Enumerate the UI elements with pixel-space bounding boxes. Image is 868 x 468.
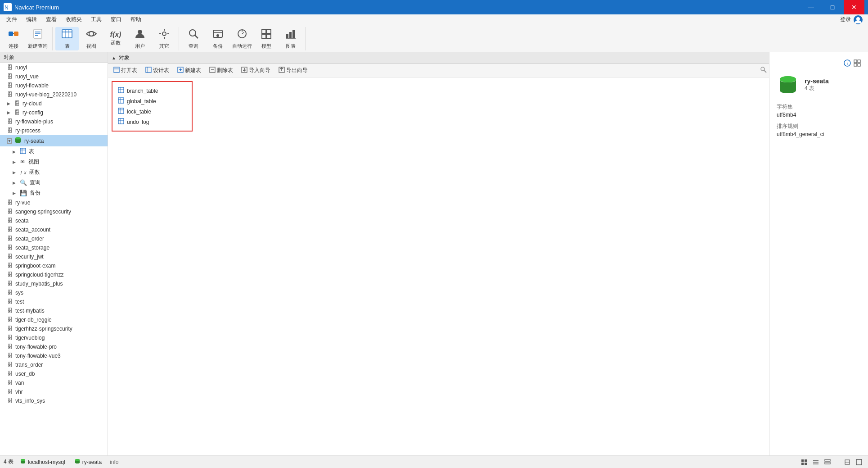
- sidebar-item-security-jwt[interactable]: 🗄 security_jwt: [0, 252, 108, 261]
- function-button[interactable]: f(x) 函数: [104, 27, 127, 50]
- svg-rect-32: [286, 34, 288, 38]
- sidebar-item-ry-vue[interactable]: 🗄 ry-vue: [0, 198, 108, 207]
- delete-table-button[interactable]: 删除表: [206, 66, 237, 75]
- view-grid-button[interactable]: [799, 457, 810, 467]
- other-button[interactable]: 其它: [153, 27, 176, 50]
- db-cylinder-icon: 🗄: [7, 127, 13, 134]
- autorun-button[interactable]: 自动运行: [230, 27, 254, 50]
- menu-view[interactable]: 查看: [41, 15, 61, 24]
- sidebar-item-vts-info-sys[interactable]: 🗄 vts_info_sys: [0, 396, 108, 405]
- status-ry-seata[interactable]: ry-seata: [72, 457, 104, 467]
- chart-button[interactable]: 图表: [279, 27, 302, 50]
- sidebar-item-van[interactable]: 🗄 van: [0, 378, 108, 387]
- sidebar-item-ruoyi[interactable]: 🗄 ruoyi: [0, 63, 108, 72]
- menu-window[interactable]: 窗口: [106, 15, 126, 24]
- collapse-button[interactable]: ▲: [112, 55, 116, 60]
- user-label: 用户: [135, 43, 145, 50]
- user-button[interactable]: 用户: [128, 27, 152, 50]
- minimize-button[interactable]: —: [801, 0, 821, 14]
- table-item-lock[interactable]: lock_table: [116, 106, 188, 117]
- sidebar-db-name: sangeng-springsecurity: [15, 209, 71, 215]
- db-cylinder-icon: 🗄: [7, 299, 13, 305]
- backup-button[interactable]: 备份: [206, 27, 229, 50]
- sidebar-item-test[interactable]: 🗄 test: [0, 297, 108, 306]
- sidebar-item-springboot-exam[interactable]: 🗄 springboot-exam: [0, 261, 108, 270]
- table-button[interactable]: 表: [55, 27, 79, 50]
- table-item-global[interactable]: global_table: [116, 96, 188, 106]
- sidebar-item-ruoyi-flowable[interactable]: 🗄 ruoyi-flowable: [0, 81, 108, 90]
- user-avatar[interactable]: [854, 15, 863, 24]
- collation-value: utf8mb4_general_ci: [777, 131, 861, 137]
- sidebar-item-views[interactable]: ▶ 👁 视图: [0, 157, 108, 167]
- view-detail-button[interactable]: [822, 457, 833, 467]
- menu-edit[interactable]: 编辑: [22, 15, 41, 24]
- sidebar-item-sangeng[interactable]: 🗄 sangeng-springsecurity: [0, 207, 108, 216]
- sidebar-item-ry-seata[interactable]: ▼ ry-seata: [0, 135, 108, 146]
- menu-file[interactable]: 文件: [2, 15, 22, 24]
- db-cylinder-icon: 🗄: [14, 109, 20, 116]
- sidebar-item-springcloud-tigerhzz[interactable]: 🗄 springcloud-tigerhzz: [0, 270, 108, 279]
- sidebar-item-functions[interactable]: ▶ ƒ x 函数: [0, 167, 108, 177]
- sidebar-item-study-mybatis[interactable]: 🗄 study_mybatis_plus: [0, 279, 108, 288]
- sidebar-item-ruoyi-vue[interactable]: 🗄 ruoyi_vue: [0, 72, 108, 81]
- close-button[interactable]: ✕: [844, 0, 864, 14]
- menu-help[interactable]: 帮助: [126, 15, 146, 24]
- sidebar-item-queries[interactable]: ▶ 🔍 查询: [0, 177, 108, 188]
- svg-point-2: [856, 17, 860, 21]
- backup-label: 备份: [213, 43, 223, 50]
- svg-line-22: [195, 35, 198, 38]
- sidebar-item-ry-flowable-plus[interactable]: 🗄 ry-flowable-plus: [0, 117, 108, 126]
- open-table-button[interactable]: 打开表: [110, 66, 141, 75]
- status-localhost-mysql[interactable]: localhost-mysql: [17, 457, 68, 467]
- sidebar-item-tony-flowable-vue3[interactable]: 🗄 tony-flowable-vue3: [0, 351, 108, 360]
- menu-favorites[interactable]: 收藏夹: [61, 15, 86, 24]
- new-query-button[interactable]: 新建查询: [26, 27, 49, 50]
- query-button[interactable]: 查询: [182, 27, 205, 50]
- sidebar-item-ruoyi-vue-blog[interactable]: 🗄 ruoyi-vue-blog_20220210: [0, 90, 108, 99]
- new-table-button[interactable]: 新建表: [174, 66, 205, 75]
- sidebar-item-backups[interactable]: ▶ 💾 备份: [0, 188, 108, 198]
- svg-point-15: [138, 30, 142, 34]
- sidebar-item-ry-config[interactable]: ▶ 🗄 ry-config: [0, 108, 108, 117]
- sidebar-db-name: test-mybatis: [15, 308, 45, 314]
- sidebar-item-ry-cloud[interactable]: ▶ 🗄 ry-cloud: [0, 99, 108, 108]
- menu-tools[interactable]: 工具: [86, 15, 106, 24]
- view-list-button[interactable]: [810, 457, 821, 467]
- sidebar-item-tiger-db[interactable]: 🗄 tiger-db_reggie: [0, 315, 108, 324]
- svg-point-21: [189, 30, 196, 36]
- sidebar-db-name: tony-flowable-vue3: [15, 353, 61, 359]
- connect-button[interactable]: 连接: [2, 27, 25, 50]
- export-wizard-button[interactable]: 导出向导: [275, 66, 311, 75]
- sidebar-item-seata-order[interactable]: 🗄 seata_order: [0, 234, 108, 243]
- svg-rect-74: [858, 64, 860, 66]
- resize-small-button[interactable]: [842, 457, 853, 467]
- table-item-undo-log[interactable]: undo_log: [116, 117, 188, 127]
- grid-icon[interactable]: [854, 59, 861, 68]
- table-item-branch[interactable]: branch_table: [116, 86, 188, 96]
- info-icon[interactable]: i: [844, 59, 851, 68]
- sidebar-item-seata-storage[interactable]: 🗄 seata_storage: [0, 243, 108, 252]
- import-wizard-button[interactable]: 导入向导: [238, 66, 274, 75]
- sidebar-item-test-mybatis[interactable]: 🗄 test-mybatis: [0, 306, 108, 315]
- resize-large-button[interactable]: [854, 457, 864, 467]
- table-list-area: branch_table global_table: [108, 77, 769, 455]
- model-button[interactable]: 模型: [255, 27, 278, 50]
- svg-rect-4: [14, 32, 18, 36]
- sidebar-item-tigervueblog[interactable]: 🗄 tigervueblog: [0, 333, 108, 342]
- login-label[interactable]: 登录: [840, 16, 851, 23]
- svg-rect-28: [262, 29, 266, 33]
- sidebar-item-tigerhhzz[interactable]: 🗄 tigerhhzz-springsecurity: [0, 324, 108, 333]
- sidebar-item-tony-flowable-pro[interactable]: 🗄 tony-flowable-pro: [0, 342, 108, 351]
- db-cylinder-icon: 🗄: [7, 290, 13, 296]
- sidebar-item-user-db[interactable]: 🗄 user_db: [0, 369, 108, 378]
- sidebar-item-sys[interactable]: 🗄 sys: [0, 288, 108, 297]
- view-button[interactable]: 视图: [80, 27, 103, 50]
- maximize-button[interactable]: □: [822, 0, 843, 14]
- sidebar-item-ry-process[interactable]: 🗄 ry-process: [0, 126, 108, 135]
- sidebar-item-tables[interactable]: ▶ 表: [0, 146, 108, 157]
- sidebar-item-seata-account[interactable]: 🗄 seata_account: [0, 225, 108, 234]
- sidebar-item-seata[interactable]: 🗄 seata: [0, 216, 108, 225]
- sidebar-item-vhr[interactable]: 🗄 vhr: [0, 387, 108, 396]
- sidebar-item-trans-order[interactable]: 🗄 trans_order: [0, 360, 108, 369]
- design-table-button[interactable]: 设计表: [142, 66, 173, 75]
